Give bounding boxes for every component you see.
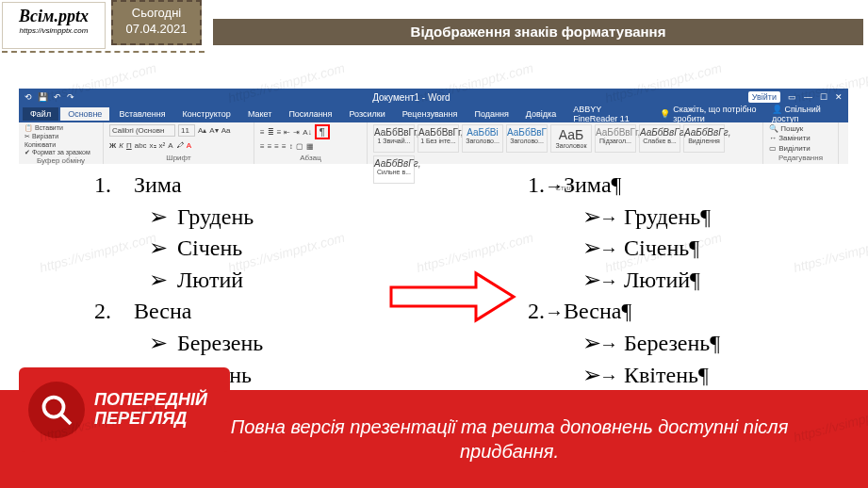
tab-layout[interactable]: Макет [240,107,279,121]
borders-icon[interactable]: ▦ [306,142,314,151]
tab-view[interactable]: Подання [467,107,516,121]
subscript-icon[interactable]: x₂ [150,141,156,150]
bullet-icon: ➢ [149,202,166,234]
text-effect-icon[interactable]: A [168,141,172,150]
cut-button[interactable]: ✂ Вирізати [25,133,58,140]
ribbon-options-icon[interactable]: ▭ [788,92,796,102]
style-h2[interactable]: АаБбВвГЗаголово... [506,124,548,153]
style-title[interactable]: АаБЗаголовок [550,124,592,153]
maximize-icon[interactable]: ☐ [820,92,827,102]
style-subtle[interactable]: АаБбВвГг,Слабке в... [639,124,680,153]
tab-file[interactable]: Файл [23,107,58,121]
redo-icon[interactable]: ↷ [67,92,74,102]
font-size-select[interactable]: 11 [178,124,195,137]
num-2: 2. [94,299,111,323]
bold-icon[interactable]: Ж [109,141,116,150]
item-december: Грудень [177,204,254,229]
preview-badge: ПОПЕРЕДНІЙ ПЕРЕГЛЯД [19,367,230,452]
item-march: Березень¶ [624,331,720,355]
font-color-icon[interactable]: A [187,141,191,150]
multilevel-icon[interactable]: ≡ [277,128,282,137]
style-emphasis[interactable]: АаБбВвГг,Виділення [683,124,725,153]
replace-button[interactable]: ↔ Замінити [769,134,832,143]
underline-icon[interactable]: П [126,141,132,150]
word-ribbon: 📋 Вставити ✂ Вирізати Копіювати ✔ Формат… [19,122,848,164]
strike-icon[interactable]: abc [135,141,147,150]
close-icon[interactable]: ✕ [835,92,843,102]
logo-title: Всім.pptx [7,7,101,26]
bullet-icon: ➢ [582,360,599,392]
grow-font-icon[interactable]: A▴ [198,126,206,135]
stitch-divider [2,51,205,60]
select-button[interactable]: ▭ Виділити [769,144,832,154]
item-february: Лютий¶ [624,268,700,292]
bullets-icon[interactable]: ≡ [260,128,265,137]
paste-button[interactable]: 📋 Вставити [25,124,63,132]
increase-indent-icon[interactable]: ⇥ [293,128,300,137]
signin-button[interactable]: Увійти [748,91,780,103]
font-name-select[interactable]: Calibri (Основн [109,124,175,137]
tell-me[interactable]: 💡 Скажіть, що потрібно зробити [660,105,762,123]
list-with-marks: 1.→Зима¶ ➢→ Грудень¶ ➢→ Січень¶ ➢→ Лютий… [518,170,839,423]
paragraph-group-label: Абзац [260,154,361,162]
format-painter-button[interactable]: ✔ Формат за зразком [25,149,90,156]
align-right-icon[interactable]: ≡ [274,142,279,151]
tab-review[interactable]: Рецензування [395,107,466,121]
tab-help[interactable]: Довідка [518,107,564,121]
align-left-icon[interactable]: ≡ [260,142,265,151]
superscript-icon[interactable]: x² [159,141,166,150]
tab-mark-icon: → [599,270,618,291]
tab-mark-icon: → [599,207,618,228]
date-ticket: Сьогодні 07.04.2021 [111,0,202,45]
show-formatting-button[interactable]: ¶ [315,124,330,139]
tab-insert[interactable]: Вставлення [111,107,172,121]
save-icon[interactable]: 💾 [38,92,48,102]
tab-design[interactable]: Конструктор [175,107,238,121]
tab-mailings[interactable]: Розсилки [341,107,392,121]
decrease-indent-icon[interactable]: ⇤ [284,128,290,137]
item-winter: Зима¶ [564,172,621,197]
clipboard-group-label: Буфер обміну [25,156,97,165]
word-doc-title: Документ1 - Word [372,92,450,103]
highlight-icon[interactable]: 🖍 [176,141,184,150]
autosave-icon[interactable]: ⟲ [25,92,32,102]
numbering-icon[interactable]: ≣ [268,128,274,137]
italic-icon[interactable]: К [119,141,123,150]
bullet-icon: ➢ [582,202,599,234]
tab-mark-icon: → [599,366,618,386]
find-button[interactable]: 🔍 Пошук [769,124,832,134]
align-center-icon[interactable]: ≡ [268,142,272,151]
word-titlebar: ⟲ 💾 ↶ ↷ Документ1 - Word Увійти ▭ — ☐ ✕ [19,89,848,106]
justify-icon[interactable]: ≡ [282,142,287,151]
num-1: 1. [528,172,545,197]
undo-icon[interactable]: ↶ [54,92,61,102]
line-spacing-icon[interactable]: ↕ [289,142,293,151]
bullet-icon: ➢ [149,328,166,360]
copy-button[interactable]: Копіювати [25,141,56,148]
font-group-label: Шрифт [109,154,248,162]
tab-mark-icon: → [599,238,618,259]
change-case-icon[interactable]: Aa [221,126,231,135]
style-nospace[interactable]: АаБбВвГг,1 Без інте... [418,124,459,153]
svg-point-0 [44,398,64,417]
minimize-icon[interactable]: — [804,92,812,102]
lightbulb-icon: 💡 [660,109,670,119]
tab-home[interactable]: Основне [60,107,109,121]
shrink-font-icon[interactable]: A▾ [209,126,218,135]
item-january: Січень [177,236,242,260]
purchase-banner: ПОПЕРЕДНІЙ ПЕРЕГЛЯД Повна версія презент… [0,390,868,488]
logo-url: https://vsimpptx.com [7,26,101,35]
style-normal[interactable]: АаБбВвГг,1 Звичай... [373,124,415,153]
bullet-icon: ➢ [582,233,599,265]
style-h1[interactable]: АаБбВіЗаголово... [462,124,503,153]
preview-line2: ПЕРЕГЛЯД [94,410,207,429]
date-label: Сьогодні [117,6,196,22]
item-january: Січень¶ [624,236,699,260]
sort-icon[interactable]: A↓ [303,128,311,137]
style-subtitle[interactable]: АаБбВвГг,Підзагол... [595,124,636,153]
shading-icon[interactable]: ▢ [296,142,303,151]
site-logo: Всім.pptx https://vsimpptx.com [2,2,106,49]
tab-references[interactable]: Посилання [281,107,339,121]
item-winter: Зима [134,172,182,197]
svg-line-1 [61,415,72,425]
